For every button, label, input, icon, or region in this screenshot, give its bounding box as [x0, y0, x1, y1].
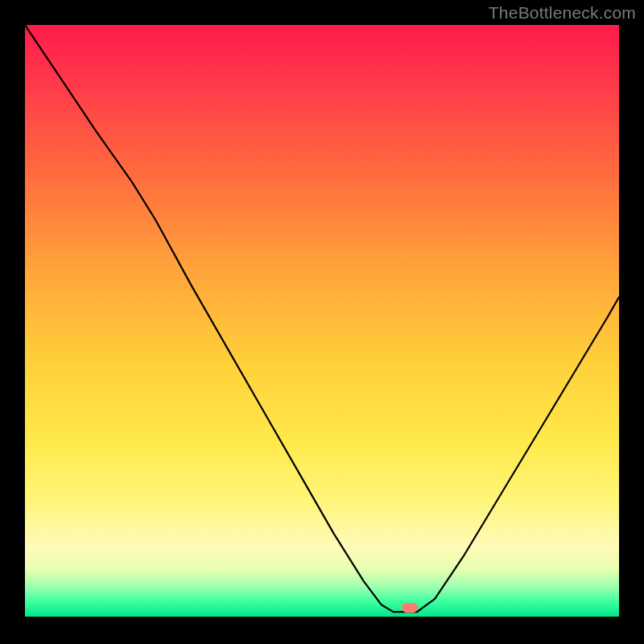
- optimal-marker: [402, 603, 418, 613]
- chart-container: TheBottleneck.com: [0, 0, 644, 644]
- plot-area: [25, 25, 619, 617]
- bottleneck-curve: [25, 25, 619, 617]
- watermark-label: TheBottleneck.com: [489, 3, 636, 23]
